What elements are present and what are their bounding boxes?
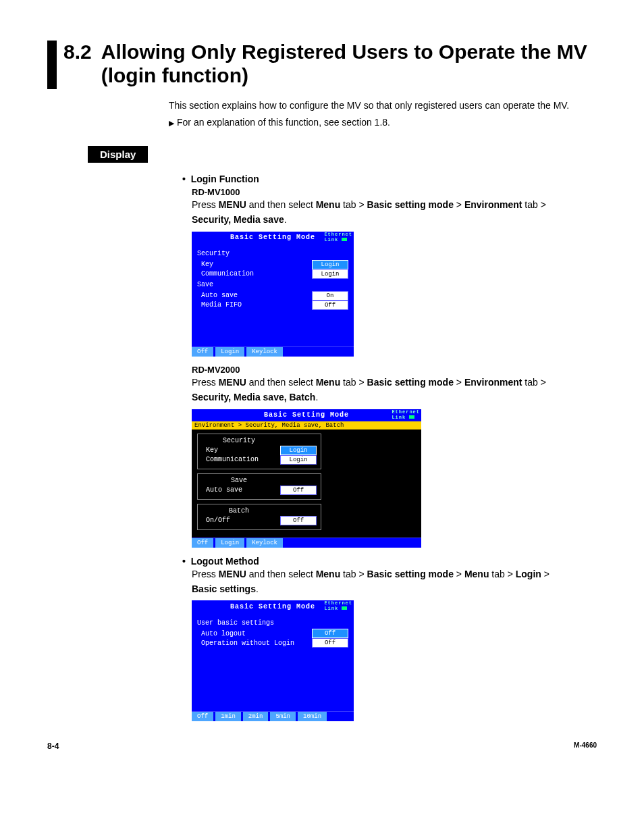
kw-menu: MENU — [219, 377, 246, 388]
text: and then select — [246, 377, 316, 388]
group-security: Security — [202, 437, 276, 444]
softkey-off[interactable]: Off — [192, 347, 214, 357]
instruction-mv1000: Press MENU and then select Menu tab > Ba… — [192, 197, 576, 228]
kw: Menu — [316, 569, 341, 579]
softkey-login[interactable]: Login — [215, 538, 245, 548]
label: Communication — [197, 270, 312, 278]
text: tab > — [340, 377, 367, 388]
text: > — [454, 377, 464, 388]
section-number: 8.2 — [63, 41, 92, 63]
model-rdmv1000: RD-MV1000 — [192, 187, 576, 197]
kw: Basic setting mode — [367, 199, 454, 210]
kw-menu: MENU — [219, 569, 246, 579]
kw: Menu — [316, 377, 341, 388]
ethernet-indicator: Ethernet Link — [324, 600, 352, 611]
text: tab > — [522, 377, 545, 388]
row-autosave: Auto saveOff — [202, 486, 317, 495]
row-key: KeyLogin — [197, 260, 348, 269]
kw: Security, Media save, Batch — [192, 392, 315, 402]
softkey-1min[interactable]: 1min — [215, 712, 242, 721]
eth-label: Ethernet — [324, 232, 352, 237]
kw: Basic setting mode — [367, 377, 454, 388]
softkey-login[interactable]: Login — [215, 347, 245, 357]
eth-label: Ethernet — [324, 600, 352, 606]
softkey-keylock[interactable]: Keylock — [246, 347, 284, 357]
row-autologout: Auto logoutOff — [197, 629, 348, 638]
label: Key — [202, 446, 280, 454]
kw: Environment — [464, 377, 522, 388]
shot-header: Basic Setting Mode Ethernet Link — [192, 232, 354, 244]
link-dot-icon — [342, 238, 347, 241]
kw: Security, Media save — [192, 214, 284, 225]
value-selected[interactable]: Off — [312, 629, 348, 638]
link-dot-icon — [342, 606, 347, 610]
doc-number: M-4660 — [574, 741, 597, 751]
value[interactable]: Off — [280, 516, 317, 525]
screenshot-mv1000-security: Basic Setting Mode Ethernet Link Securit… — [192, 232, 354, 357]
text: tab > — [522, 199, 545, 210]
shot-body: User basic settings Auto logoutOff Opera… — [192, 613, 354, 711]
logout-method-heading: Logout Method — [182, 556, 576, 567]
softkey-off[interactable]: Off — [192, 538, 214, 548]
group-save: Save — [202, 477, 276, 484]
ethernet-indicator: Ethernet Link — [324, 232, 352, 242]
text: Press — [192, 569, 219, 579]
text: and then select — [246, 569, 316, 579]
ethernet-indicator: Ethernet Link — [392, 409, 420, 420]
value[interactable]: Login — [312, 269, 348, 279]
kw: Menu — [464, 569, 489, 579]
shot-header: Basic Setting Mode Ethernet Link — [192, 409, 421, 421]
kw: Menu — [316, 199, 341, 210]
text: > — [454, 199, 464, 210]
softkey-5min[interactable]: 5min — [270, 712, 296, 721]
softkey-keylock[interactable]: Keylock — [246, 538, 284, 548]
kw-menu: MENU — [219, 199, 246, 210]
login-function-heading: Login Function — [182, 174, 576, 184]
text: > — [454, 569, 464, 579]
value[interactable]: Login — [280, 455, 317, 465]
intro-paragraph: This section explains how to configure t… — [169, 99, 576, 113]
text: . — [284, 214, 287, 225]
eth-label: Ethernet — [392, 409, 420, 415]
value[interactable]: Off — [312, 638, 348, 648]
screenshot-mv2000-security: Basic Setting Mode Ethernet Link Environ… — [192, 409, 421, 548]
value-selected[interactable]: Login — [280, 446, 317, 455]
section-title: Allowing Only Registered Users to Operat… — [101, 41, 597, 87]
softkey-10min[interactable]: 10min — [298, 712, 327, 721]
group-batch: Batch — [202, 507, 276, 515]
screenshot-logout: Basic Setting Mode Ethernet Link User ba… — [192, 600, 354, 721]
row-communication: CommunicationLogin — [197, 269, 348, 279]
text: . — [315, 392, 318, 402]
title-accent-bar — [47, 41, 57, 89]
group-batch-box: Batch On/OffOff — [197, 504, 321, 530]
shot-body: Security KeyLogin CommunicationLogin Sav… — [192, 429, 421, 538]
label: Auto save — [197, 292, 312, 299]
link-label: Link — [324, 237, 338, 242]
shot-body: Security KeyLogin CommunicationLogin Sav… — [192, 244, 354, 346]
model-rdmv2000: RD-MV2000 — [192, 365, 576, 375]
link-label: Link — [392, 415, 406, 420]
value[interactable]: Off — [280, 486, 317, 495]
value[interactable]: On — [312, 291, 348, 301]
shot-header: Basic Setting Mode Ethernet Link — [192, 600, 354, 613]
group-save: Save — [197, 280, 348, 290]
row-mediafifo: Media FIFOOff — [197, 301, 348, 310]
link-label: Link — [324, 606, 338, 611]
kw: Environment — [464, 199, 522, 210]
row-key: KeyLogin — [202, 446, 317, 455]
group-security: Security — [197, 249, 348, 259]
text: tab > — [489, 569, 515, 579]
instruction-logout: Press MENU and then select Menu tab > Ba… — [192, 567, 576, 597]
text: tab > — [340, 569, 367, 579]
softkey-2min[interactable]: 2min — [243, 712, 269, 721]
shot-title: Basic Setting Mode — [264, 411, 349, 419]
display-heading: Display — [88, 146, 148, 163]
softkey-off[interactable]: Off — [192, 712, 214, 721]
label: Key — [197, 261, 312, 268]
shot-footer: Off Login Keylock — [192, 346, 354, 357]
value[interactable]: Off — [312, 301, 348, 310]
row-opwithoutlogin: Operation without LoginOff — [197, 638, 348, 648]
label: Communication — [202, 456, 280, 463]
text: tab > — [340, 199, 367, 210]
value-selected[interactable]: Login — [312, 260, 348, 269]
